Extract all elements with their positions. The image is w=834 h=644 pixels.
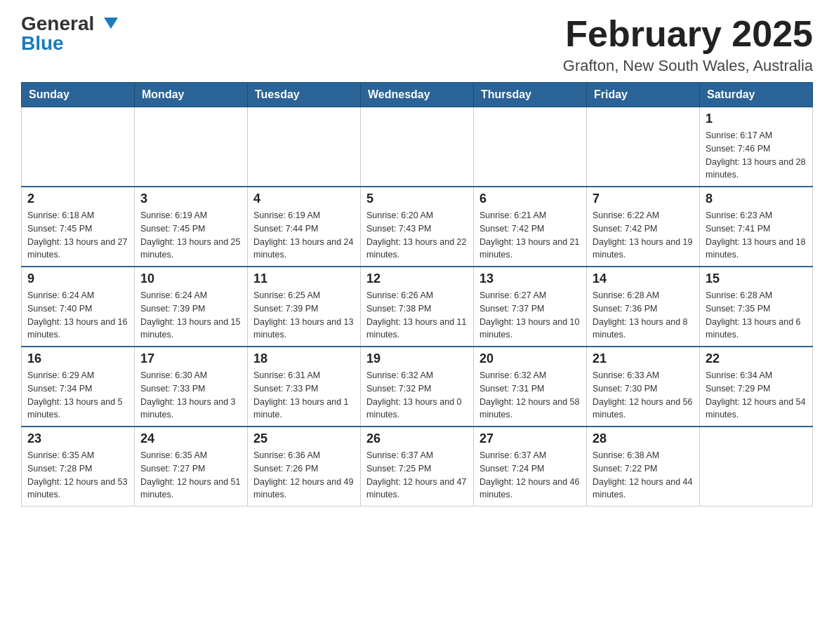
calendar-cell: 23Sunrise: 6:35 AMSunset: 7:28 PMDayligh… [22, 427, 135, 507]
calendar-cell: 20Sunrise: 6:32 AMSunset: 7:31 PMDayligh… [474, 347, 587, 427]
day-info: Sunrise: 6:32 AMSunset: 7:31 PMDaylight:… [479, 369, 581, 422]
header-friday: Friday [587, 83, 700, 107]
day-number: 10 [140, 271, 241, 286]
svg-marker-0 [104, 18, 118, 29]
day-info: Sunrise: 6:19 AMSunset: 7:44 PMDaylight:… [253, 209, 355, 262]
calendar-cell: 16Sunrise: 6:29 AMSunset: 7:34 PMDayligh… [22, 347, 135, 427]
header-saturday: Saturday [700, 83, 813, 107]
calendar-cell: 6Sunrise: 6:21 AMSunset: 7:42 PMDaylight… [474, 187, 587, 267]
day-info: Sunrise: 6:18 AMSunset: 7:45 PMDaylight:… [27, 209, 128, 262]
day-number: 1 [706, 112, 807, 126]
calendar-cell [587, 107, 700, 187]
day-number: 25 [253, 431, 355, 446]
header-tuesday: Tuesday [248, 83, 361, 107]
header-monday: Monday [135, 83, 248, 107]
calendar-week-row: 1Sunrise: 6:17 AMSunset: 7:46 PMDaylight… [22, 107, 813, 187]
day-number: 3 [140, 192, 241, 206]
calendar-cell: 2Sunrise: 6:18 AMSunset: 7:45 PMDaylight… [22, 187, 135, 267]
day-number: 13 [479, 271, 581, 286]
day-number: 7 [593, 192, 694, 206]
calendar-cell [248, 107, 361, 187]
logo: General Blue [21, 14, 118, 53]
calendar-cell: 26Sunrise: 6:37 AMSunset: 7:25 PMDayligh… [361, 427, 474, 507]
day-info: Sunrise: 6:21 AMSunset: 7:42 PMDaylight:… [479, 209, 581, 262]
day-info: Sunrise: 6:30 AMSunset: 7:33 PMDaylight:… [140, 369, 241, 422]
logo-blue-text: Blue [21, 34, 64, 53]
day-info: Sunrise: 6:17 AMSunset: 7:46 PMDaylight:… [706, 129, 807, 182]
calendar-cell: 13Sunrise: 6:27 AMSunset: 7:37 PMDayligh… [474, 267, 587, 347]
calendar-body: 1Sunrise: 6:17 AMSunset: 7:46 PMDaylight… [22, 107, 813, 507]
calendar-cell: 28Sunrise: 6:38 AMSunset: 7:22 PMDayligh… [587, 427, 700, 507]
month-title: February 2025 [563, 14, 813, 54]
day-number: 8 [706, 192, 807, 206]
calendar-cell [22, 107, 135, 187]
header-sunday: Sunday [22, 83, 135, 107]
calendar-week-row: 23Sunrise: 6:35 AMSunset: 7:28 PMDayligh… [22, 427, 813, 507]
page-header: General Blue February 2025 Grafton, New … [21, 14, 813, 75]
day-number: 4 [253, 192, 355, 206]
calendar-cell: 12Sunrise: 6:26 AMSunset: 7:38 PMDayligh… [361, 267, 474, 347]
day-info: Sunrise: 6:24 AMSunset: 7:40 PMDaylight:… [27, 289, 128, 342]
day-info: Sunrise: 6:26 AMSunset: 7:38 PMDaylight:… [366, 289, 468, 342]
day-info: Sunrise: 6:23 AMSunset: 7:41 PMDaylight:… [706, 209, 807, 262]
day-number: 12 [366, 271, 468, 286]
logo-general-text: General [21, 14, 94, 34]
calendar-cell: 5Sunrise: 6:20 AMSunset: 7:43 PMDaylight… [361, 187, 474, 267]
day-number: 16 [27, 351, 128, 366]
day-number: 26 [366, 431, 468, 446]
calendar-table: Sunday Monday Tuesday Wednesday Thursday… [21, 82, 813, 507]
calendar-cell: 10Sunrise: 6:24 AMSunset: 7:39 PMDayligh… [135, 267, 248, 347]
day-number: 21 [593, 351, 694, 366]
day-number: 6 [479, 192, 581, 206]
calendar-cell: 22Sunrise: 6:34 AMSunset: 7:29 PMDayligh… [700, 347, 813, 427]
calendar-cell: 9Sunrise: 6:24 AMSunset: 7:40 PMDaylight… [22, 267, 135, 347]
day-info: Sunrise: 6:19 AMSunset: 7:45 PMDaylight:… [140, 209, 241, 262]
calendar-week-row: 2Sunrise: 6:18 AMSunset: 7:45 PMDaylight… [22, 187, 813, 267]
calendar-cell: 7Sunrise: 6:22 AMSunset: 7:42 PMDaylight… [587, 187, 700, 267]
day-info: Sunrise: 6:36 AMSunset: 7:26 PMDaylight:… [253, 449, 355, 502]
day-number: 17 [140, 351, 241, 366]
calendar-cell: 14Sunrise: 6:28 AMSunset: 7:36 PMDayligh… [587, 267, 700, 347]
calendar-cell: 25Sunrise: 6:36 AMSunset: 7:26 PMDayligh… [248, 427, 361, 507]
day-number: 9 [27, 271, 128, 286]
calendar-cell: 15Sunrise: 6:28 AMSunset: 7:35 PMDayligh… [700, 267, 813, 347]
day-info: Sunrise: 6:34 AMSunset: 7:29 PMDaylight:… [706, 369, 807, 422]
calendar-cell [135, 107, 248, 187]
calendar-header: Sunday Monday Tuesday Wednesday Thursday… [22, 83, 813, 107]
day-number: 14 [593, 271, 694, 286]
day-info: Sunrise: 6:32 AMSunset: 7:32 PMDaylight:… [366, 369, 468, 422]
calendar-cell: 11Sunrise: 6:25 AMSunset: 7:39 PMDayligh… [248, 267, 361, 347]
day-info: Sunrise: 6:20 AMSunset: 7:43 PMDaylight:… [366, 209, 468, 262]
calendar-cell: 24Sunrise: 6:35 AMSunset: 7:27 PMDayligh… [135, 427, 248, 507]
day-info: Sunrise: 6:24 AMSunset: 7:39 PMDaylight:… [140, 289, 241, 342]
day-info: Sunrise: 6:28 AMSunset: 7:35 PMDaylight:… [706, 289, 807, 342]
calendar-cell [700, 427, 813, 507]
day-number: 11 [253, 271, 355, 286]
calendar-cell [361, 107, 474, 187]
day-number: 28 [593, 431, 694, 446]
calendar-cell: 19Sunrise: 6:32 AMSunset: 7:32 PMDayligh… [361, 347, 474, 427]
day-number: 27 [479, 431, 581, 446]
calendar-cell: 27Sunrise: 6:37 AMSunset: 7:24 PMDayligh… [474, 427, 587, 507]
logo-arrow-icon [104, 18, 118, 32]
header-thursday: Thursday [474, 83, 587, 107]
day-info: Sunrise: 6:37 AMSunset: 7:24 PMDaylight:… [479, 449, 581, 502]
calendar-cell: 21Sunrise: 6:33 AMSunset: 7:30 PMDayligh… [587, 347, 700, 427]
day-info: Sunrise: 6:35 AMSunset: 7:27 PMDaylight:… [140, 449, 241, 502]
day-number: 2 [27, 192, 128, 206]
day-info: Sunrise: 6:25 AMSunset: 7:39 PMDaylight:… [253, 289, 355, 342]
calendar-week-row: 9Sunrise: 6:24 AMSunset: 7:40 PMDaylight… [22, 267, 813, 347]
calendar-cell: 4Sunrise: 6:19 AMSunset: 7:44 PMDaylight… [248, 187, 361, 267]
day-info: Sunrise: 6:33 AMSunset: 7:30 PMDaylight:… [593, 369, 694, 422]
day-info: Sunrise: 6:35 AMSunset: 7:28 PMDaylight:… [27, 449, 128, 502]
calendar-cell [474, 107, 587, 187]
calendar-cell: 8Sunrise: 6:23 AMSunset: 7:41 PMDaylight… [700, 187, 813, 267]
header-row: Sunday Monday Tuesday Wednesday Thursday… [22, 83, 813, 107]
day-info: Sunrise: 6:38 AMSunset: 7:22 PMDaylight:… [593, 449, 694, 502]
day-number: 19 [366, 351, 468, 366]
day-number: 23 [27, 431, 128, 446]
day-info: Sunrise: 6:27 AMSunset: 7:37 PMDaylight:… [479, 289, 581, 342]
calendar-cell: 17Sunrise: 6:30 AMSunset: 7:33 PMDayligh… [135, 347, 248, 427]
day-number: 22 [706, 351, 807, 366]
day-number: 24 [140, 431, 241, 446]
